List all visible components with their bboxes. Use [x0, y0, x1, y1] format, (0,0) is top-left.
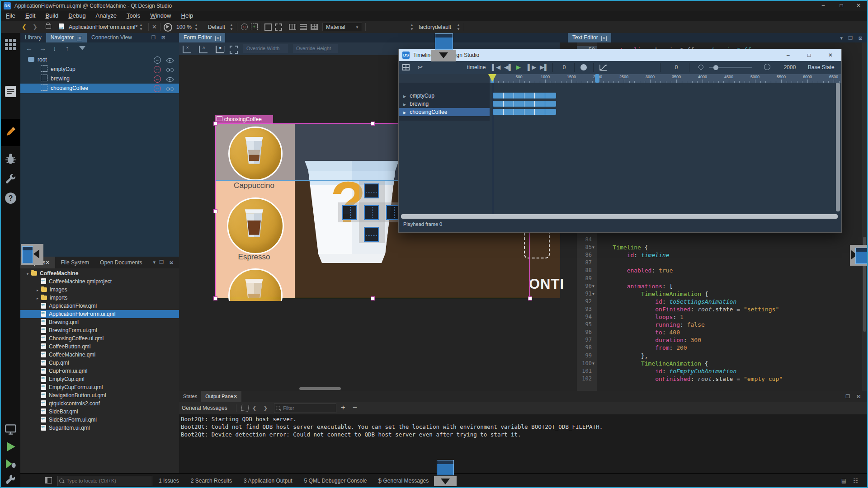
- close-document-button[interactable]: ✕: [152, 23, 157, 30]
- timeline-track-brewing[interactable]: ▶brewing: [399, 100, 490, 108]
- navigator-item-emptyCup[interactable]: emptyCup←: [20, 65, 179, 74]
- grid-layout-icon[interactable]: [311, 24, 318, 30]
- export-toggle-icon[interactable]: ←: [154, 66, 161, 73]
- code-line[interactable]: 99 },: [560, 352, 868, 360]
- menu-analyze[interactable]: Analyze: [91, 11, 122, 20]
- editor-close-icon[interactable]: ⊠: [859, 35, 863, 41]
- fold-arrow-icon[interactable]: ▼: [592, 282, 594, 290]
- design-mode-icon[interactable]: [5, 126, 17, 138]
- zoom-in-output-button[interactable]: +: [341, 403, 345, 412]
- timeline-settings-icon[interactable]: [402, 64, 410, 70]
- material-dropdown[interactable]: Material▼: [322, 23, 362, 31]
- statusbar-qml-debugger-console-button[interactable]: 5 QML Debugger Console: [304, 478, 367, 484]
- add-frame-icon[interactable]: +: [251, 23, 258, 30]
- move-left-icon[interactable]: ←: [26, 44, 33, 52]
- move-down-icon[interactable]: ↓: [53, 44, 57, 52]
- timeline-track-emptyCup[interactable]: ▶emptyCup: [399, 92, 490, 100]
- file-item[interactable]: ▸imports: [20, 294, 195, 302]
- state-selector-button[interactable]: Base State: [808, 64, 835, 70]
- menu-window[interactable]: Window: [145, 11, 176, 20]
- tab-close-icon[interactable]: ✕: [601, 36, 607, 41]
- style-arrows-icon[interactable]: ▲▼: [230, 23, 233, 31]
- projects-split-icon[interactable]: ❐: [159, 259, 164, 265]
- file-item[interactable]: CoffeeMachine.qml: [20, 351, 195, 359]
- menu-build[interactable]: Build: [40, 11, 63, 20]
- export-toggle-icon[interactable]: ←: [154, 85, 161, 92]
- export-toggle-icon[interactable]: ←: [154, 56, 161, 64]
- statusbar-application-output-button[interactable]: 3 Application Output: [244, 478, 292, 484]
- navigator-close-icon[interactable]: ⊠: [161, 35, 165, 41]
- menu-file[interactable]: File: [1, 11, 20, 20]
- code-line[interactable]: 85▼ Timeline {: [560, 244, 868, 251]
- editor-v-scrollbar[interactable]: [862, 42, 867, 391]
- end-frame-field[interactable]: 2000: [781, 64, 799, 70]
- keyframe-bar[interactable]: [493, 93, 556, 99]
- file-item[interactable]: ApplicationFlowForm.ui.qml: [20, 310, 195, 318]
- help-mode-icon[interactable]: ?: [5, 192, 17, 204]
- keyframe-bar[interactable]: [493, 109, 556, 115]
- code-line[interactable]: 100▼ TimelineAnimation {: [560, 360, 868, 367]
- resize-handle-tl[interactable]: [213, 122, 217, 126]
- file-item[interactable]: CoffeeButton.qml: [20, 343, 195, 351]
- fold-arrow-icon[interactable]: ▼: [592, 360, 594, 367]
- minimize-button[interactable]: –: [816, 1, 831, 10]
- file-item[interactable]: BrewingForm.ui.qml: [20, 326, 195, 334]
- projects-mode-icon[interactable]: [5, 173, 17, 185]
- output-close-icon[interactable]: ⊠: [857, 394, 861, 399]
- tab-close-icon[interactable]: ✕: [233, 394, 237, 399]
- tab-close-icon[interactable]: ✕: [215, 36, 221, 41]
- visibility-eye-icon[interactable]: [166, 58, 174, 63]
- file-item[interactable]: Brewing.qml: [20, 318, 195, 326]
- no-snapping-icon[interactable]: ✕: [183, 46, 191, 53]
- file-item[interactable]: NavigationButton.ui.qml: [20, 391, 195, 399]
- code-line[interactable]: 88 enabled: true: [560, 267, 868, 274]
- record-button[interactable]: [580, 64, 587, 70]
- keyframe-marker-center[interactable]: [364, 205, 379, 220]
- file-dropdown-arrows-icon[interactable]: ▲▼: [139, 23, 143, 31]
- curve-editor-icon[interactable]: [599, 64, 608, 71]
- code-line[interactable]: 93 onFinished: root.state = "settings": [560, 305, 868, 313]
- back-button[interactable]: ❮: [22, 23, 27, 30]
- code-line[interactable]: 95 running: false: [560, 321, 868, 328]
- tab-text-editor[interactable]: Text Editor✕: [568, 33, 611, 42]
- move-up-icon[interactable]: ↑: [66, 44, 69, 52]
- track-expander-icon[interactable]: ▶: [403, 111, 406, 115]
- snapping-icon[interactable]: ■: [216, 46, 224, 53]
- timeline-zoom-slider[interactable]: [709, 67, 752, 68]
- code-line[interactable]: 84: [560, 236, 868, 244]
- annotation-icon[interactable]: ⦸: [241, 23, 248, 30]
- statusbar-search-results-button[interactable]: 2 Search Results: [191, 478, 232, 484]
- fold-arrow-icon[interactable]: ▼: [592, 290, 594, 298]
- statusbar-general-messages-button[interactable]: 6 General Messages: [378, 478, 429, 484]
- resize-handle-bl[interactable]: [213, 296, 217, 300]
- debug-run-button-icon[interactable]: [5, 458, 17, 470]
- run-button-icon[interactable]: [5, 441, 17, 453]
- file-item[interactable]: ApplicationFlow.qml: [20, 302, 195, 310]
- tab-close-icon[interactable]: ✕: [45, 259, 50, 266]
- zoom-slider-handle[interactable]: [713, 65, 718, 70]
- file-item[interactable]: SideBarForm.ui.qml: [20, 416, 195, 424]
- tab-navigator[interactable]: Navigator✕: [46, 33, 87, 42]
- timeline-maximize-button[interactable]: □: [807, 52, 811, 58]
- editor-split-icon[interactable]: ❐: [848, 35, 853, 41]
- code-line[interactable]: 101 id: toEmptyCubAnimation: [560, 367, 868, 375]
- kit-left-arrows-icon[interactable]: ▲▼: [410, 23, 414, 31]
- continue-button-text[interactable]: ONTI: [529, 276, 564, 292]
- timeline-end-marker[interactable]: [595, 74, 599, 83]
- tab-file-system[interactable]: File System: [55, 257, 94, 268]
- resize-handle-br[interactable]: [528, 296, 532, 300]
- code-line[interactable]: 89: [560, 275, 868, 282]
- file-item[interactable]: CupForm.ui.qml: [20, 367, 195, 375]
- navigator-split-icon[interactable]: ❐: [151, 35, 156, 41]
- file-item[interactable]: ▸images: [20, 286, 195, 294]
- close-button[interactable]: ✕: [851, 1, 866, 10]
- canvas-h-scrollbar[interactable]: [299, 387, 341, 390]
- code-line[interactable]: 96 to: 400: [560, 328, 868, 336]
- playback-loop-field[interactable]: 0: [670, 64, 683, 70]
- timeline-titlebar[interactable]: DS Timeline - Qt Design Studio – □ ✕: [399, 49, 841, 61]
- timeline-minimize-button[interactable]: –: [787, 52, 790, 58]
- kit-target-icon[interactable]: [5, 423, 17, 436]
- visibility-eye-icon[interactable]: [166, 77, 174, 82]
- maximize-button[interactable]: □: [834, 1, 849, 10]
- statusbar-wrench-icon[interactable]: [5, 474, 17, 486]
